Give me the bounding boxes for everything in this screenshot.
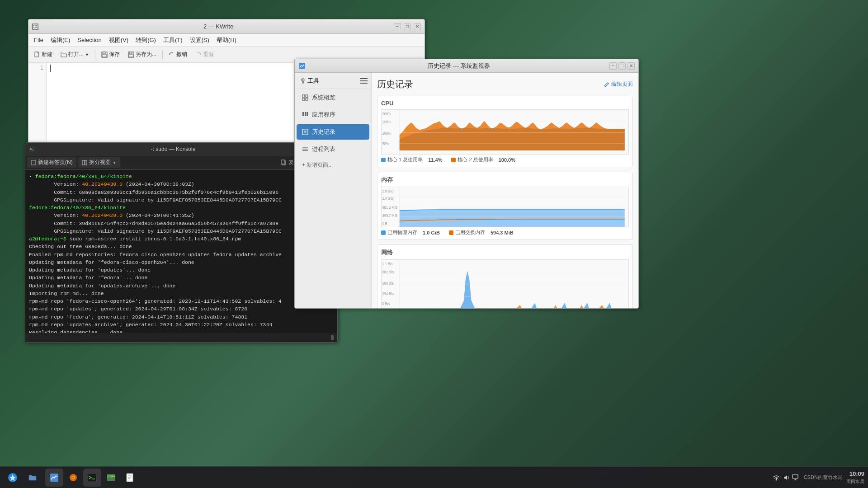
svg-point-79 — [775, 479, 777, 480]
taskbar-app-firefox[interactable] — [64, 469, 82, 487]
konsole-new-tab-btn[interactable]: 新建标签页(N) — [27, 157, 76, 168]
kwrite-controls: − □ ✕ — [394, 23, 421, 30]
menu-settings[interactable]: 设置(S) — [186, 35, 213, 45]
taskbar-app-terminal[interactable] — [83, 469, 101, 487]
svg-point-70 — [72, 477, 74, 479]
taskbar-files-btn[interactable] — [24, 469, 42, 487]
taskbar-app-system-monitor[interactable] — [45, 469, 63, 487]
konsole-title: -: sudo — Konsole — [38, 146, 308, 152]
konsole-scrollbar[interactable] — [331, 335, 334, 340]
konsole-titlebar: -: sudo — Konsole − □ ✕ — [25, 143, 337, 155]
memory-legend-physical: 已用物理内存 1.0 GiB — [381, 229, 440, 236]
sysmon-nav-history[interactable]: 历史记录 — [297, 124, 369, 140]
toolbar-save-btn[interactable]: 保存 — [98, 49, 123, 60]
svg-rect-24 — [302, 98, 305, 100]
cpu-legend-core1: 核心 1 总使用率 11.4% — [381, 156, 442, 163]
line-numbers: 1 — [28, 63, 47, 152]
memory-label: 内存 — [381, 176, 629, 184]
svg-text:100%: 100% — [382, 131, 392, 136]
menu-file[interactable]: File — [30, 36, 47, 44]
konsole-line-12: Updating metadata for 'fedora-cisco-open… — [29, 258, 334, 266]
kde-logo-btn[interactable] — [4, 469, 22, 487]
menu-help[interactable]: 帮助(H) — [213, 35, 240, 45]
sysmon-page-title: 历史记录 — [377, 78, 413, 90]
kwrite-minimize-btn[interactable]: − — [394, 23, 401, 30]
svg-rect-2 — [33, 27, 34, 28]
konsole-line-11: Enabled rpm-md repositories: fedora-cisc… — [29, 251, 334, 258]
kwrite-titlebar: 2 — KWrite − □ ✕ — [28, 19, 425, 34]
svg-rect-28 — [307, 112, 308, 114]
svg-point-21 — [302, 79, 304, 80]
konsole-content[interactable]: • fedora:fedora/40/x86_64/kinoite Versio… — [25, 170, 337, 333]
menu-tools[interactable]: 工具(T) — [160, 35, 186, 45]
kwrite-close-btn[interactable]: ✕ — [414, 23, 421, 30]
konsole-line-9: a2@fedora:~$ sudo rpm-ostree install ibr… — [29, 235, 334, 243]
cpu-chart-footer: 核心 1 总使用率 11.4% 核心 2 总使用率 100.0% — [381, 156, 629, 163]
sysmon-add-page-btn[interactable]: + 新增页面... — [297, 159, 369, 172]
konsole-line-7: Commit: 39d8166c454f4cc27d48d80575ead024… — [29, 220, 334, 227]
sysmon-edit-page-btn[interactable]: 编辑页面 — [604, 80, 633, 88]
menu-edit[interactable]: 编辑(E) — [47, 35, 74, 45]
svg-rect-30 — [305, 114, 307, 116]
konsole-split-btn[interactable]: 拆分视图 ▼ — [78, 157, 120, 168]
sysmon-body: 工具 系统概览 — [295, 73, 638, 308]
menu-view[interactable]: 视图(V) — [105, 35, 132, 45]
konsole-line-1: Version: 40.20240430.0 (2024-04-30T00:38… — [29, 180, 334, 188]
sysmon-hamburger-btn[interactable] — [360, 78, 368, 84]
taskbar-app-texteditor[interactable] — [121, 469, 139, 487]
svg-rect-27 — [305, 112, 307, 114]
sysmon-tools-btn[interactable]: 工具 — [298, 77, 319, 85]
sysmon-close-btn[interactable]: ✕ — [627, 62, 635, 70]
svg-rect-71 — [88, 474, 96, 482]
sysmon-nav-overview[interactable]: 系统概览 — [297, 90, 369, 105]
network-section: 网络 1.1 B/s 882 B/s 588 B/s 294 B/s 0 B/s — [377, 244, 633, 308]
konsole-line-5: fedora:fedora/40/x86_64/kinoite — [29, 204, 334, 211]
sysmon-nav-processes[interactable]: 进程列表 — [297, 141, 369, 157]
memory-chart-footer: 已用物理内存 1.0 GiB 已用交换内存 594.3 MiB — [381, 229, 629, 236]
menu-selection[interactable]: Selection — [74, 36, 105, 44]
svg-rect-75 — [127, 474, 133, 482]
konsole-line-20: rpm-md repo 'updates-archive'; generated… — [29, 321, 334, 328]
toolbar-sep1 — [95, 50, 95, 59]
sysmon-minimize-btn[interactable]: − — [609, 62, 617, 70]
konsole-line-17: rpm-md repo 'fedora-cisco-openh264'; gen… — [29, 297, 334, 305]
toolbar-redo-btn[interactable]: 重做 — [192, 49, 217, 60]
svg-text:0 B/s: 0 B/s — [382, 301, 390, 306]
svg-rect-23 — [306, 95, 308, 97]
svg-text:490.7 MiB: 490.7 MiB — [382, 213, 398, 218]
sysmon-main-content: 历史记录 编辑页面 CPU 200% 150% 100% — [372, 73, 638, 308]
desktop: 2 — KWrite − □ ✕ File 编辑(E) Selection 视图… — [0, 0, 868, 488]
sysmon-maximize-btn[interactable]: □ — [618, 62, 626, 70]
toolbar-sep2 — [162, 50, 163, 59]
toolbar-saveas-btn[interactable]: 另存为... — [124, 49, 160, 60]
svg-text:150%: 150% — [382, 120, 392, 124]
konsole-line-13: Updating metadata for 'updates'... done — [29, 266, 334, 274]
menu-goto[interactable]: 转到(G) — [132, 35, 160, 45]
taskbar-tray — [772, 474, 800, 482]
svg-text:981.5 MiB: 981.5 MiB — [382, 205, 398, 210]
konsole-line-14: Updating metadata for 'fedora'... done — [29, 274, 334, 282]
kwrite-maximize-btn[interactable]: □ — [404, 23, 411, 30]
sysmon-title: 历史记录 — 系统监视器 — [308, 62, 609, 70]
svg-text:882 B/s: 882 B/s — [382, 270, 394, 274]
toolbar-new-btn[interactable]: 新建 — [30, 49, 56, 60]
mem-swap-color — [449, 230, 453, 235]
kwrite-menu-icon[interactable] — [32, 23, 39, 30]
konsole-line-8: GPGSignature: Valid signature by 115DF9A… — [29, 227, 334, 235]
svg-rect-3 — [35, 25, 37, 26]
sysmon-sidebar-toolbar: 工具 — [295, 73, 371, 89]
sysmon-nav-apps[interactable]: 应用程序 — [297, 107, 369, 122]
taskbar-left — [4, 469, 42, 487]
taskbar-clock: 10:09 周四水局 — [846, 470, 864, 484]
toolbar-undo-btn[interactable]: 撤销 — [165, 49, 191, 60]
network-label: 网络 — [381, 249, 629, 257]
toolbar-open-btn[interactable]: 打开... ▼ — [57, 49, 93, 60]
memory-legend-swap: 已用交换内存 594.3 MiB — [449, 229, 514, 236]
svg-text:294 B/s: 294 B/s — [382, 291, 394, 296]
taskbar-app-photos[interactable] — [102, 469, 120, 487]
svg-rect-15 — [82, 160, 85, 165]
sysmon-titlebar: 历史记录 — 系统监视器 − □ ✕ — [295, 59, 638, 73]
konsole-line-10: Checking out tree 68a08da... done — [29, 243, 334, 250]
svg-rect-16 — [85, 160, 87, 165]
svg-rect-8 — [102, 55, 107, 57]
